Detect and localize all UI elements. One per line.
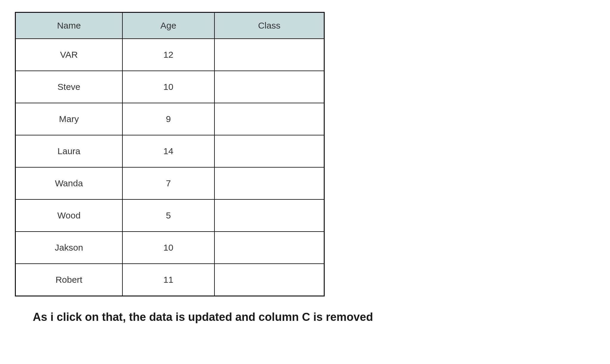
- table-row: Steve 10: [15, 71, 324, 103]
- column-header-name: Name: [15, 13, 122, 39]
- data-table: Name Age Class VAR 12 Steve 10 Mary 9 La…: [15, 12, 325, 296]
- cell-name: Wanda: [15, 167, 122, 199]
- column-header-class: Class: [214, 13, 324, 39]
- cell-age: 10: [122, 71, 214, 103]
- cell-age: 14: [122, 135, 214, 167]
- cell-age: 11: [122, 264, 214, 296]
- cell-name: Wood: [15, 199, 122, 232]
- cell-class: [214, 232, 324, 264]
- cell-class: [214, 199, 324, 232]
- cell-name: Laura: [15, 135, 122, 167]
- cell-name: Mary: [15, 103, 122, 135]
- cell-name: Robert: [15, 264, 122, 296]
- table-row: Mary 9: [15, 103, 324, 135]
- cell-name: Steve: [15, 71, 122, 103]
- table-row: Jakson 10: [15, 232, 324, 264]
- cell-class: [214, 103, 324, 135]
- table-row: Robert 11: [15, 264, 324, 296]
- table-row: Wood 5: [15, 199, 324, 232]
- cell-class: [214, 167, 324, 199]
- cell-class: [214, 39, 324, 71]
- caption-text: As i click on that, the data is updated …: [15, 311, 595, 324]
- cell-class: [214, 135, 324, 167]
- column-header-age: Age: [122, 13, 214, 39]
- table-header-row: Name Age Class: [15, 13, 324, 39]
- table-row: VAR 12: [15, 39, 324, 71]
- table-row: Laura 14: [15, 135, 324, 167]
- cell-age: 9: [122, 103, 214, 135]
- cell-age: 10: [122, 232, 214, 264]
- cell-name: VAR: [15, 39, 122, 71]
- cell-age: 5: [122, 199, 214, 232]
- cell-age: 7: [122, 167, 214, 199]
- table-row: Wanda 7: [15, 167, 324, 199]
- cell-name: Jakson: [15, 232, 122, 264]
- cell-class: [214, 71, 324, 103]
- cell-age: 12: [122, 39, 214, 71]
- cell-class: [214, 264, 324, 296]
